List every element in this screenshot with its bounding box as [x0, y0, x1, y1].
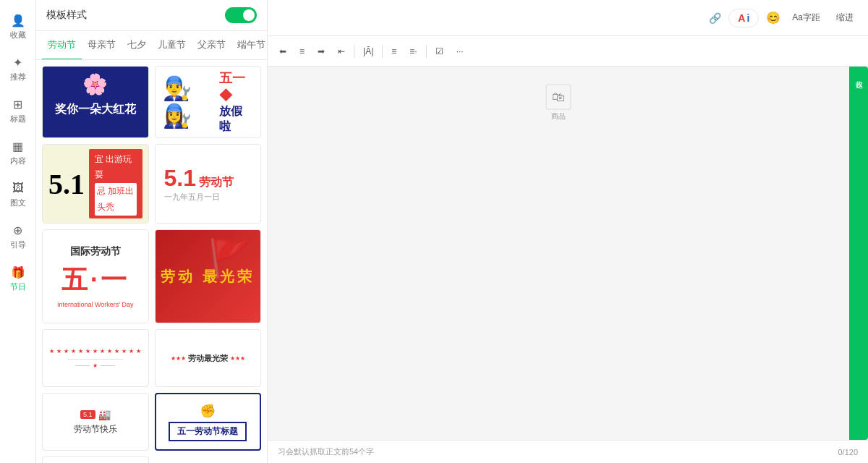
kuaile-label: 劳动节快乐: [74, 423, 117, 436]
sidebar-item-holiday[interactable]: 🎁 节日: [0, 259, 35, 298]
intl-labor-content: 国际劳动节 五·一 International Workers' Day: [43, 230, 148, 323]
worker-illustration: 👨‍🔧👩‍🔧: [163, 75, 213, 129]
sidebar-item-image[interactable]: 🖼 图文: [0, 175, 35, 214]
top-bar: 模板样式: [36, 0, 267, 31]
sidebar-label-heading: 标题: [10, 114, 26, 124]
kuaile-row: 5.1 🏭: [80, 409, 111, 420]
51-banner-content: 5.1 宜 出游玩耍 忌 加班出头秃: [43, 145, 148, 223]
font-size-btn[interactable]: Aa字距: [788, 9, 825, 27]
tab-fuqin[interactable]: 父亲节: [192, 31, 231, 60]
left-sidebar: 👤 收藏 ✦ 推荐 ⊞ 标题 ▦ 内容 🖼 图文 ⊕ 引导 🎁 节日: [0, 0, 36, 463]
template-card-intl-labor[interactable]: 国际劳动节 五·一 International Workers' Day: [42, 229, 149, 323]
template-card-honghua[interactable]: 🌸 奖你一朵大红花: [42, 66, 149, 138]
wuyi-holiday-content: 👨‍🔧👩‍🔧 五一◆ 放假啦: [156, 67, 261, 137]
sidebar-item-content[interactable]: ▦ 内容: [0, 133, 35, 172]
dots-row: ★ ★ ★ ★ ★ ★ ★ ★ ★ ★ ★ ★ ★: [49, 348, 141, 354]
align-right-btn[interactable]: ➡: [313, 44, 329, 59]
badge-51: 5.1: [80, 410, 95, 419]
sidebar-label-content: 内容: [10, 156, 26, 166]
tab-laodong[interactable]: 劳动节: [42, 31, 82, 60]
flower-icon: 🌸: [82, 72, 108, 96]
51-labor-content: 5.1 劳动节 一九年五月一日: [156, 145, 261, 223]
fmt-sep-1: [354, 45, 354, 58]
goods-area: 🛍 商品: [279, 84, 838, 122]
51-big-num: 5.1: [164, 165, 196, 192]
tab-qixi[interactable]: 七夕: [122, 31, 152, 60]
heading-icon: ⊞: [11, 97, 25, 111]
bottom-bar: 习会默认抓取正文前54个字 0/120: [268, 440, 868, 463]
stars-row-top: ★★★ 劳动最光荣 ★★★: [171, 353, 245, 364]
more-btn[interactable]: ···: [452, 44, 468, 59]
sidebar-label-holiday: 节日: [10, 281, 26, 292]
toggle-switch[interactable]: [225, 7, 257, 23]
tab-ertong[interactable]: 儿童节: [152, 31, 192, 60]
pipe-btn[interactable]: |Ā|: [359, 44, 378, 59]
sidebar-item-recommend[interactable]: ✦ 推荐: [0, 49, 35, 88]
laodong-kuaile-content: 5.1 🏭 劳动节快乐: [43, 394, 148, 450]
link-icon[interactable]: 🔗: [709, 12, 721, 24]
goods-label: 商品: [551, 111, 566, 122]
sidebar-item-heading[interactable]: ⊞ 标题: [0, 91, 35, 130]
template-panel: 模板样式 劳动节 母亲节 七夕 儿童节 父亲节 端午节 建军节 教师节 中秋节 …: [36, 0, 268, 463]
image-icon: 🖼: [11, 181, 25, 195]
template-card-laodong-guang[interactable]: 劳动 最光荣 🚩: [155, 229, 262, 323]
laodong-guanrong-content: ★★★ 劳动最光荣 ★★★: [156, 330, 261, 386]
recommend-icon: ✦: [11, 55, 25, 69]
emoji-icon[interactable]: 😊: [766, 11, 780, 25]
align-center-btn[interactable]: ≡: [295, 44, 309, 59]
right-panel: 🔗 Ai 😊 Aa字距 缩进 ⬅ ≡ ➡ ⇤ |Ā| ≡ ≡· ☑ ··· 🛍: [268, 0, 868, 463]
wuyi-big-text: 五·一: [61, 263, 129, 298]
tab-duanwu[interactable]: 端午节: [231, 31, 267, 60]
template-card-laodong-kuaile[interactable]: 5.1 🏭 劳动节快乐: [42, 393, 149, 451]
fmt-sep-2: [382, 45, 383, 58]
date-label: 一九年五月一日: [164, 192, 220, 203]
fmt-sep-3: [426, 45, 427, 58]
list2-btn[interactable]: ≡·: [405, 44, 421, 59]
laodong-label: 劳动节: [199, 175, 234, 190]
bottom-hint-text: 习会默认抓取正文前54个字: [278, 446, 374, 457]
checkbox-btn[interactable]: ☑: [431, 44, 448, 59]
sidebar-item-collect[interactable]: 👤 收藏: [0, 7, 35, 46]
template-card-flag-holiday[interactable]: 🚩 五一法定假日: [42, 456, 149, 463]
laodong-guang-content: 劳动 最光荣 🚩: [156, 230, 261, 323]
51-number: 5.1: [48, 167, 85, 201]
honghua-text: 奖你一朵大红花: [55, 102, 136, 117]
font-size-label: Aa字距: [792, 12, 820, 24]
intl-title-text: 国际劳动节: [70, 245, 121, 258]
holiday-icon: 🎁: [11, 265, 25, 279]
flag-holiday-content: 🚩 五一法定假日: [43, 457, 148, 463]
template-card-51-banner[interactable]: 5.1 宜 出游玩耍 忌 加班出头秃: [42, 144, 149, 224]
laodong-guang-text: 劳动 最光荣: [161, 267, 255, 286]
indent-left-btn[interactable]: ⇤: [333, 44, 349, 59]
editor-area[interactable]: 🛍 商品: [268, 67, 849, 440]
collapse-button[interactable]: 收起: [849, 67, 868, 440]
template-card-wuyi-holiday[interactable]: 👨‍🔧👩‍🔧 五一◆ 放假啦: [155, 66, 262, 138]
fist-icon: ✊: [200, 403, 216, 419]
sidebar-label-recommend: 推荐: [10, 72, 26, 82]
template-card-laodong-guanrong[interactable]: ★★★ 劳动最光荣 ★★★: [155, 329, 262, 387]
template-card-wuyi-title[interactable]: ✊ 五一劳动节标题: [155, 393, 262, 451]
template-card-dots[interactable]: ★ ★ ★ ★ ★ ★ ★ ★ ★ ★ ★ ★ ★ ★: [42, 329, 149, 387]
sidebar-item-guide[interactable]: ⊕ 引导: [0, 217, 35, 256]
ai-button[interactable]: Ai: [728, 9, 759, 27]
wuyi-holiday-text: 五一◆ 放假啦: [219, 69, 253, 135]
guide-icon: ⊕: [11, 223, 25, 237]
kuaile-text: 🏭: [98, 409, 111, 420]
list1-btn[interactable]: ≡: [387, 44, 401, 59]
bottom-count-text: 0/120: [838, 448, 858, 456]
title-text: 模板样式: [46, 9, 87, 22]
honghua-content: 🌸 奖你一朵大红花: [43, 67, 148, 137]
goods-icon: 🛍: [545, 84, 571, 110]
indent-label: 缩进: [836, 12, 854, 24]
template-grid: 🌸 奖你一朵大红花 👨‍🔧👩‍🔧 五一◆ 放假啦 5.1 宜 出游玩耍 忌 加班…: [36, 60, 267, 463]
content-icon: ▦: [11, 139, 25, 153]
sidebar-label-collect: 收藏: [10, 30, 26, 41]
tab-bar: 劳动节 母亲节 七夕 儿童节 父亲节 端午节 建军节 教师节 中秋节 国庆节 重…: [36, 31, 267, 60]
content-wrapper: 🛍 商品 收起: [268, 67, 868, 440]
ai-letter-a: A: [738, 12, 745, 24]
template-card-51-labor[interactable]: 5.1 劳动节 一九年五月一日: [155, 144, 262, 224]
indent-btn[interactable]: 缩进: [832, 9, 858, 27]
tab-muqin[interactable]: 母亲节: [82, 31, 122, 60]
align-left-btn[interactable]: ⬅: [275, 44, 291, 59]
intl-en-text: International Workers' Day: [57, 301, 134, 308]
